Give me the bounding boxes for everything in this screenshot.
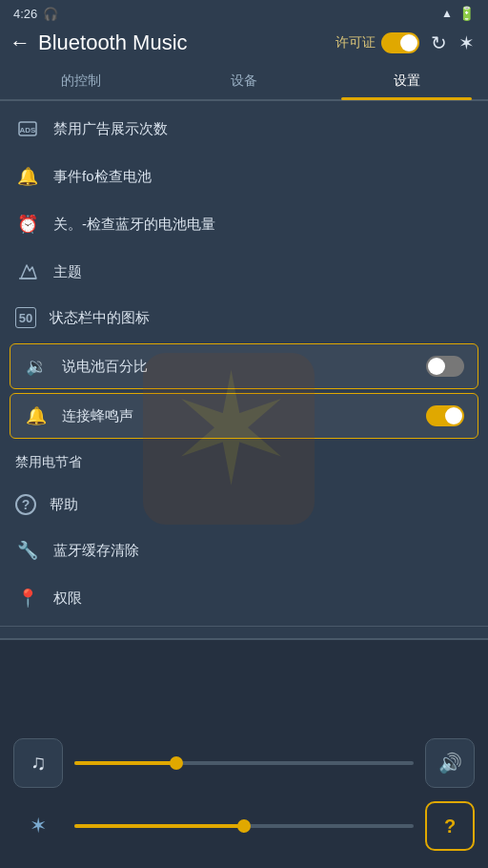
top-actions: 许可证 ↻ ✶ (336, 31, 475, 54)
music-volume-row: ♫ 🔊 (13, 738, 475, 788)
item-label: 禁用电节省 (15, 454, 473, 471)
battery-icon: 🔋 (458, 6, 475, 21)
volume-icon: 🔊 (438, 752, 462, 775)
item-label: 帮助 (50, 496, 473, 514)
divider-mid (0, 626, 488, 627)
wifi-icon: ▲ (441, 7, 453, 20)
bluetooth-icon[interactable]: ✶ (458, 31, 475, 54)
list-item[interactable]: ? 帮助 (0, 483, 488, 527)
bt-slider[interactable] (74, 824, 414, 828)
item-label: 关。-检查蓝牙的电池电量 (53, 216, 473, 234)
status-icon: 50 (15, 307, 36, 328)
tab-settings[interactable]: 设置 (325, 63, 488, 99)
refresh-icon[interactable]: ↻ (431, 31, 447, 54)
theme-icon (15, 259, 40, 284)
bt-slider-thumb (237, 819, 251, 833)
list-item[interactable]: ADS 禁用广告展示次数 (0, 105, 488, 153)
toggle-battery[interactable] (426, 356, 464, 377)
back-button[interactable]: ← (10, 31, 30, 55)
tab-device[interactable]: 设备 (163, 63, 326, 99)
list-item[interactable]: ⏰ 关。-检查蓝牙的电池电量 (0, 200, 488, 248)
clock-icon: ⏰ (15, 212, 40, 237)
top-bar: ← Bluetooth Music 许可证 ↻ ✶ (0, 25, 488, 63)
music-slider-fill (74, 761, 176, 765)
page-title: Bluetooth Music (38, 31, 328, 55)
permission-row: 许可证 (336, 32, 419, 53)
bell2-icon: 🔔 (24, 403, 49, 428)
music-button[interactable]: ♫ (13, 738, 63, 788)
permission-toggle[interactable] (381, 32, 419, 53)
toggle-beep[interactable] (426, 405, 464, 426)
music-icon: ♫ (30, 751, 47, 775)
status-bar: 4:26 🎧 ▲ 🔋 (0, 0, 488, 25)
item-label: 权限 (53, 589, 473, 608)
bell-icon: 🔔 (15, 164, 40, 189)
list-item[interactable]: 50 状态栏中的图标 (0, 296, 488, 340)
settings-list: ADS 禁用广告展示次数 🔔 事件fo检查电池 ⏰ 关。-检查蓝牙的电池电量 主… (0, 101, 488, 723)
status-time: 4:26 (13, 7, 37, 21)
item-label: 蓝牙缓存清除 (53, 542, 473, 560)
music-slider[interactable] (74, 761, 414, 765)
ads-icon: ADS (15, 116, 40, 141)
bt-slider-fill (74, 824, 244, 828)
volume-button[interactable]: 🔊 (425, 738, 475, 788)
tab-control[interactable]: 的控制 (0, 63, 163, 99)
tabs: 的控制 设备 设置 (0, 63, 488, 100)
item-label: 状态栏中的图标 (50, 309, 473, 327)
list-item[interactable]: 📍 权限 (0, 574, 488, 622)
bt-volume-row: ✶ ? (13, 801, 475, 851)
speaker-icon: 🔉 (24, 354, 49, 379)
toggle-label-beep: 连接蜂鸣声 (62, 407, 413, 425)
svg-text:ADS: ADS (20, 126, 37, 134)
list-item[interactable]: 🔔 事件fo检查电池 (0, 153, 488, 200)
music-slider-thumb (170, 756, 183, 770)
location-icon: 📍 (15, 586, 40, 610)
list-item[interactable]: 主题 (0, 248, 488, 296)
list-item[interactable]: 🔧 蓝牙缓存清除 (0, 527, 488, 574)
toggle-label-battery: 说电池百分比 (62, 358, 413, 376)
toggle-row-beep: 🔔 连接蜂鸣声 (10, 393, 478, 439)
permission-label: 许可证 (336, 34, 376, 52)
wrench-icon: 🔧 (15, 538, 40, 563)
item-label: 禁用广告展示次数 (53, 120, 473, 138)
item-label: 主题 (53, 263, 473, 281)
help-icon: ? (15, 494, 36, 515)
item-label: 事件fo检查电池 (53, 168, 473, 186)
bt-player-icon: ✶ (13, 814, 63, 838)
bottom-player: ♫ 🔊 ✶ ? (0, 639, 488, 868)
toggle-row-battery: 🔉 说电池百分比 (10, 343, 478, 389)
help-circle-button[interactable]: ? (425, 801, 475, 851)
headphones-icon: 🎧 (43, 7, 58, 21)
list-item[interactable]: 禁用电节省 (0, 443, 488, 483)
